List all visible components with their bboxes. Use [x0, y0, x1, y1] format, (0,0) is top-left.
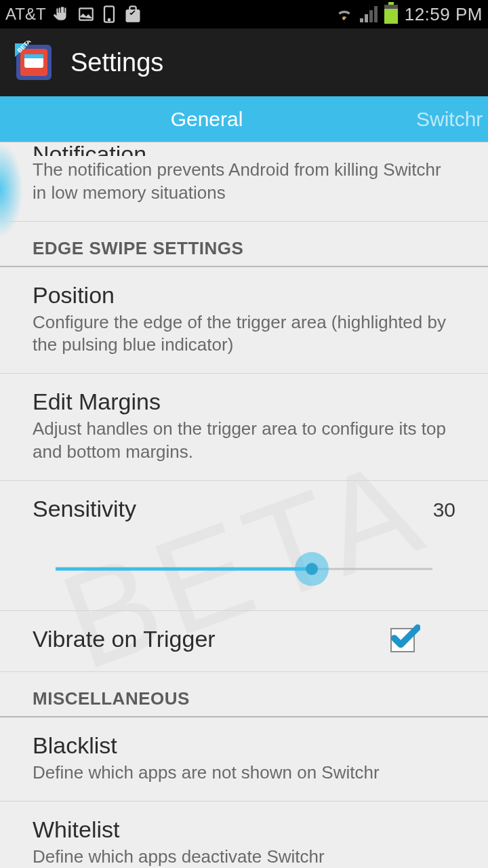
hand-icon [53, 5, 70, 23]
item-subtitle: Define which apps deactivate Switchr [33, 846, 455, 868]
shopping-icon [123, 5, 142, 24]
item-vibrate-on-trigger[interactable]: Vibrate on Trigger [0, 611, 488, 672]
page-title: Settings [70, 48, 163, 77]
item-title: Blacklist [33, 732, 455, 759]
check-icon [389, 623, 420, 654]
item-whitelist[interactable]: Whitelist Define which apps deactivate S… [0, 802, 488, 868]
vibrate-checkbox[interactable] [390, 628, 415, 652]
wifi-icon [336, 7, 353, 22]
section-miscellaneous: MISCELLANEOUS [0, 672, 488, 717]
picture-icon [77, 5, 95, 23]
item-title: Notification [33, 142, 455, 156]
item-subtitle: The notification prevents Android from k… [33, 159, 455, 205]
tab-general[interactable]: General [0, 96, 413, 142]
status-bar: AT&T 12:59 PM [0, 0, 488, 28]
settings-list[interactable]: BETA Notification The notification preve… [0, 142, 488, 868]
svg-rect-6 [24, 54, 43, 58]
battery-icon [384, 5, 398, 24]
item-subtitle: Define which apps are not shown on Switc… [33, 762, 455, 785]
item-title: Position [33, 282, 455, 309]
slider-thumb[interactable] [295, 552, 329, 586]
section-edge-swipe: EDGE SWIPE SETTINGS [0, 222, 488, 267]
app-icon[interactable]: BETA [12, 41, 56, 84]
sensitivity-slider[interactable] [56, 552, 432, 586]
tab-switchr[interactable]: Switchr [413, 96, 488, 142]
item-title: Edit Margins [33, 389, 455, 415]
item-subtitle: Adjust handles on the trigger area to co… [33, 418, 455, 464]
slider-fill [56, 567, 312, 570]
item-title: Sensitivity [33, 496, 136, 522]
phone-icon [102, 5, 117, 24]
clock-label: 12:59 PM [405, 4, 483, 25]
item-blacklist[interactable]: Blacklist Define which apps are not show… [0, 717, 488, 802]
carrier-label: AT&T [5, 5, 46, 24]
item-title: Vibrate on Trigger [33, 626, 216, 652]
action-bar: BETA Settings [0, 28, 488, 96]
sensitivity-value: 30 [433, 498, 455, 521]
item-notification[interactable]: Notification The notification prevents A… [0, 142, 488, 222]
item-sensitivity[interactable]: Sensitivity 30 [0, 481, 488, 611]
tab-bar: General Switchr [0, 96, 488, 142]
item-title: Whitelist [33, 816, 455, 843]
signal-icon [360, 6, 378, 22]
item-position[interactable]: Position Configure the edge of the trigg… [0, 267, 488, 374]
item-subtitle: Configure the edge of the trigger area (… [33, 311, 455, 357]
item-edit-margins[interactable]: Edit Margins Adjust handles on the trigg… [0, 374, 488, 481]
svg-point-2 [108, 19, 109, 20]
